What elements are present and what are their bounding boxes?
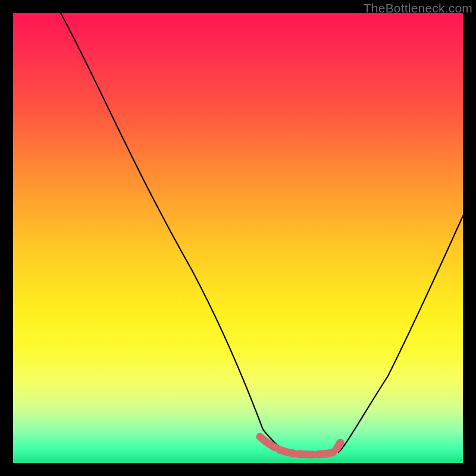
watermark-text: TheBottleneck.com	[364, 1, 472, 15]
curve-layer	[13, 13, 463, 463]
right-bottleneck-curve	[339, 216, 463, 452]
left-bottleneck-curve	[61, 13, 292, 453]
plot-area	[13, 13, 463, 463]
chart-frame: TheBottleneck.com	[0, 0, 476, 476]
